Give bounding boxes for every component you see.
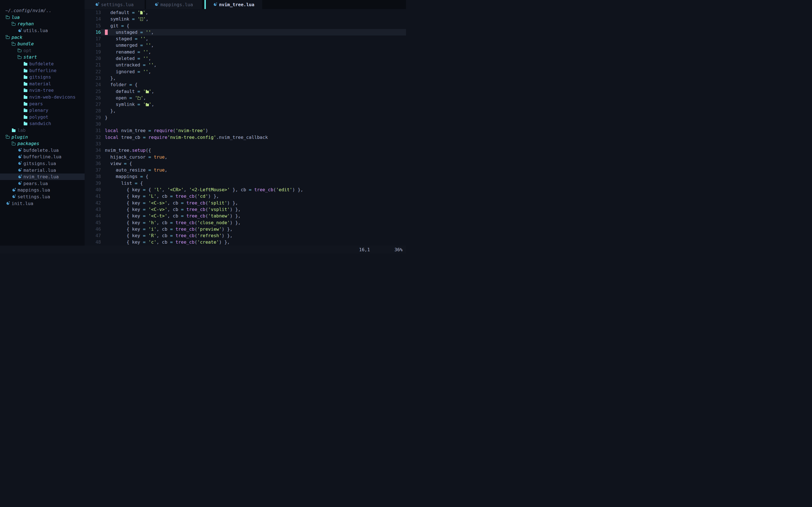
code-line-23[interactable]: 23 }, xyxy=(85,75,406,81)
tree-item-bufdelete[interactable]: bufdelete xyxy=(0,61,85,67)
code-line-34[interactable]: 34nvim_tree.setup({ xyxy=(85,147,406,154)
nvim-tree-sidebar[interactable]: ~/.config/nvim/.. luareyhanutils.luapack… xyxy=(0,0,85,245)
tree-item-reyhan[interactable]: reyhan xyxy=(0,20,85,27)
folder-open-icon xyxy=(6,16,10,19)
lua-icon xyxy=(96,3,98,6)
tree-item-label: settings.lua xyxy=(17,194,50,200)
code-line-45[interactable]: 45 { key = 'h', cb = tree_cb('close_node… xyxy=(85,219,406,226)
code-line-text: staged = '', xyxy=(101,36,406,42)
code-line-35[interactable]: 35 hijack_cursor = true, xyxy=(85,154,406,160)
line-number: 42 xyxy=(85,200,101,206)
code-line-40[interactable]: 40 { key = { 'l', '<CR>', '<2-LeftMouse>… xyxy=(85,186,406,193)
code-line-30[interactable]: 30 xyxy=(85,121,406,127)
code-line-47[interactable]: 47 { key = 'R', cb = tree_cb('refresh') … xyxy=(85,232,406,239)
tab-settings.lua[interactable]: settings.lua xyxy=(85,0,145,9)
line-number: 29 xyxy=(85,114,101,121)
code-line-text: { key = 'c', cb = tree_cb('create') }, xyxy=(101,239,406,245)
code-line-38[interactable]: 38 mappings = { xyxy=(85,173,406,180)
tree-item-pears[interactable]: pears xyxy=(0,100,85,107)
tree-item-polygot[interactable]: polygot xyxy=(0,114,85,121)
code-line-24[interactable]: 24 folder = { xyxy=(85,81,406,88)
code-line-33[interactable]: 33 xyxy=(85,140,406,147)
code-line-21[interactable]: 21 untracked = '', xyxy=(85,62,406,68)
line-number: 41 xyxy=(85,193,101,200)
tree-item-start[interactable]: start xyxy=(0,54,85,61)
lua-file-icon xyxy=(18,182,21,185)
code-line-14[interactable]: 14 symlink = '', xyxy=(85,16,406,22)
tree-item-bufferline[interactable]: bufferline xyxy=(0,67,85,74)
tree-item-utils.lua[interactable]: utils.lua xyxy=(0,27,85,34)
folder-icon xyxy=(146,91,149,93)
code-line-17[interactable]: 17 staged = '', xyxy=(85,36,406,42)
folder-open-icon xyxy=(18,56,21,59)
folder-open-icon xyxy=(138,97,141,100)
tree-item-label: plenary xyxy=(29,108,48,113)
code-line-20[interactable]: 20 deleted = '', xyxy=(85,55,406,62)
code-line-27[interactable]: 27 symlink = '', xyxy=(85,101,406,108)
tree-item-pack[interactable]: pack xyxy=(0,34,85,41)
code-line-31[interactable]: 31local nvim_tree = require('nvim-tree') xyxy=(85,127,406,134)
code-line-28[interactable]: 28 }, xyxy=(85,108,406,114)
tree-item-sandwich[interactable]: sandwich xyxy=(0,120,85,127)
tree-item-gitsigns[interactable]: gitsigns xyxy=(0,74,85,80)
code-line-41[interactable]: 41 { key = 'L', cb = tree_cb('cd') }, xyxy=(85,193,406,200)
tree-item-settings.lua[interactable]: settings.lua xyxy=(0,193,85,200)
code-line-39[interactable]: 39 list = { xyxy=(85,180,406,186)
code-line-32[interactable]: 32local tree_cb = require'nvim-tree.conf… xyxy=(85,134,406,140)
tree-item-bufferline.lua[interactable]: bufferline.lua xyxy=(0,154,85,160)
tree-item-label: gitsigns.lua xyxy=(23,161,56,166)
tree-item-label: nvim-web-devicons xyxy=(29,94,75,100)
folder-icon xyxy=(24,89,28,92)
tree-item-lua[interactable]: lua xyxy=(0,14,85,21)
code-line-text: renamed = '', xyxy=(101,49,406,55)
code-line-22[interactable]: 22 ignored = '', xyxy=(85,68,406,75)
line-number: 40 xyxy=(85,186,101,193)
code-line-36[interactable]: 36 view = { xyxy=(85,160,406,167)
code-line-19[interactable]: 19 renamed = '', xyxy=(85,49,406,55)
tree-item-material.lua[interactable]: material.lua xyxy=(0,167,85,173)
code-line-25[interactable]: 25 default = '', xyxy=(85,88,406,95)
tree-item-icon-box xyxy=(23,89,28,92)
tree-item-label: bufdelete xyxy=(29,61,54,66)
tree-item-icon-box xyxy=(11,128,16,132)
cursor-block xyxy=(105,30,108,35)
tree-item-plenary[interactable]: plenary xyxy=(0,107,85,114)
tree-item-nvim-web-devicons[interactable]: nvim-web-devicons xyxy=(0,94,85,101)
tab-mappings.lua[interactable]: mappings.lua xyxy=(146,0,202,9)
tab-nvim_tree.lua[interactable]: nvim_tree.lua xyxy=(206,0,262,9)
tree-item-icon-box xyxy=(17,29,22,32)
folder-icon xyxy=(24,96,28,99)
tree-item-label: plugin xyxy=(11,134,28,140)
code-line-46[interactable]: 46 { key = 'i', cb = tree_cb('preview') … xyxy=(85,226,406,232)
tree-item-bufdelete.lua[interactable]: bufdelete.lua xyxy=(0,147,85,154)
tree-item-opt[interactable]: opt xyxy=(0,47,85,54)
tree-item-gitsigns.lua[interactable]: gitsigns.lua xyxy=(0,160,85,167)
code-editor[interactable]: 13 default = '',14 symlink = '',15 git =… xyxy=(85,9,406,245)
code-line-29[interactable]: 29} xyxy=(85,114,406,121)
code-line-43[interactable]: 43 { key = '<C-v>', cb = tree_cb('vsplit… xyxy=(85,206,406,213)
lua-file-icon xyxy=(12,189,15,191)
tree-item-nvim_tree.lua[interactable]: nvim_tree.lua xyxy=(0,173,85,180)
line-number: 32 xyxy=(85,134,101,140)
tree-item-bundle[interactable]: bundle xyxy=(0,41,85,47)
tree-item-init.lua[interactable]: init.lua xyxy=(0,200,85,207)
tree-item-mappings.lua[interactable]: mappings.lua xyxy=(0,187,85,193)
code-line-18[interactable]: 18 unmerged = '', xyxy=(85,42,406,48)
code-line-44[interactable]: 44 { key = '<C-t>', cb = tree_cb('tabnew… xyxy=(85,213,406,219)
code-line-13[interactable]: 13 default = '', xyxy=(85,9,406,16)
folder-icon xyxy=(24,103,28,106)
code-line-42[interactable]: 42 { key = '<C-s>', cb = tree_cb('split'… xyxy=(85,200,406,206)
code-line-16[interactable]: 16 unstaged = '', xyxy=(85,29,406,36)
code-line-37[interactable]: 37 auto_resize = true, xyxy=(85,167,406,173)
tree-item-pears.lua[interactable]: pears.lua xyxy=(0,180,85,187)
tree-item-packages[interactable]: packages xyxy=(0,140,85,147)
tree-item-nvim-tree[interactable]: nvim-tree xyxy=(0,87,85,94)
tree-item-icon-box xyxy=(23,122,28,125)
tree-item-icon-box xyxy=(11,142,16,145)
tree-item-lab[interactable]: lab xyxy=(0,127,85,134)
tree-item-plugin[interactable]: plugin xyxy=(0,133,85,140)
code-line-48[interactable]: 48 { key = 'c', cb = tree_cb('create') }… xyxy=(85,239,406,245)
code-line-15[interactable]: 15 git = { xyxy=(85,22,406,29)
code-line-26[interactable]: 26 open = '', xyxy=(85,95,406,101)
tree-item-material[interactable]: material xyxy=(0,80,85,87)
